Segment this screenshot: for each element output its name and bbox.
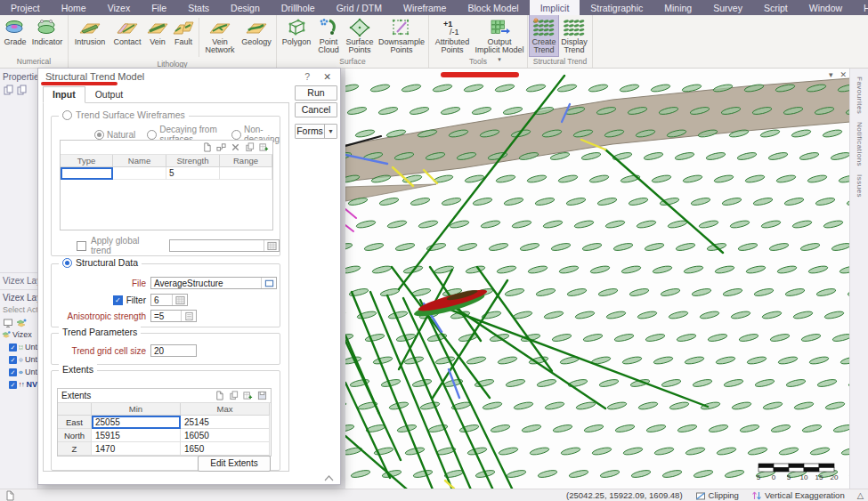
wf-cell-strength[interactable]: 5	[166, 167, 220, 180]
ribbon-button-fault[interactable]: Fault	[170, 15, 197, 56]
menu-item-wireframe[interactable]: Wireframe	[393, 0, 457, 15]
dialog-tab-output[interactable]: Output	[85, 86, 134, 103]
wf-cell-name[interactable]	[113, 167, 166, 180]
wireframes-table[interactable]: TypeNameStrengthRange 5	[60, 140, 273, 230]
vizex-tree-root[interactable]: Vizex	[2, 328, 37, 341]
menu-item-script[interactable]: Script	[753, 0, 799, 15]
filter-grid-icon[interactable]	[172, 295, 187, 305]
side-tab-issues[interactable]: Issues	[856, 174, 864, 198]
aniso-sheet-icon[interactable]	[181, 311, 196, 321]
extents-cell-north-1[interactable]: 15915	[92, 429, 181, 442]
properties-tool-icon-1[interactable]	[16, 85, 27, 95]
viewport-close-icon[interactable]: ✕	[840, 70, 847, 79]
table-tool-copy-icon[interactable]	[245, 142, 255, 152]
menu-item-block-model[interactable]: Block Model	[457, 0, 529, 15]
extents-cell-z-2[interactable]: 1650	[181, 442, 270, 456]
layer-tree-item-1[interactable]: ✓Unt	[2, 353, 37, 366]
layer-tool-monitor-icon[interactable]	[3, 318, 13, 328]
menu-item-stats[interactable]: Stats	[177, 0, 220, 15]
ribbon-button-output-implicit-model[interactable]: Output Implicit Model ▾	[474, 15, 525, 56]
apply-global-trend-checkbox[interactable]	[77, 241, 86, 251]
table-tool-link-icon[interactable]	[216, 142, 226, 152]
extents-cell-east-2[interactable]: 25145	[181, 416, 270, 429]
ribbon-button-grade[interactable]: Grade	[2, 15, 28, 56]
forms-dropdown-icon[interactable]: ▼	[325, 125, 337, 138]
layer-visibility-checkbox[interactable]: ✓	[9, 381, 17, 389]
vertical-exaggeration-toggle[interactable]: Vertical Exaggeration	[751, 490, 845, 501]
ribbon-button-attributed-points[interactable]: +1/-1Attributed Points	[431, 15, 474, 56]
select-active-label[interactable]: Select Active	[0, 303, 37, 314]
ribbon-button-point-cloud[interactable]: Point Cloud	[314, 15, 343, 56]
layer-visibility-checkbox[interactable]: ✓	[9, 343, 17, 352]
menu-item-drillhole[interactable]: Drillhole	[271, 0, 326, 15]
wf-cell-type[interactable]	[61, 167, 113, 180]
menu-item-survey[interactable]: Survey	[702, 0, 753, 15]
menu-item-grid-dtm[interactable]: Grid / DTM	[326, 0, 393, 15]
side-tab-notifications[interactable]: Notifications	[856, 122, 864, 166]
report-icon[interactable]	[4, 490, 15, 501]
extents-cell-z-1[interactable]: 1470	[92, 442, 181, 456]
view-orientation-icon[interactable]: △	[857, 490, 864, 500]
menu-item-vizex[interactable]: Vizex	[97, 0, 142, 15]
menu-item-implicit[interactable]: Implicit	[530, 0, 580, 15]
forms-button-label[interactable]: Forms	[296, 125, 325, 138]
run-button[interactable]: Run	[295, 85, 337, 101]
menu-item-stratigraphic[interactable]: Stratigraphic	[580, 0, 653, 15]
ribbon-button-intrusion[interactable]: Intrusion	[70, 15, 110, 56]
extents-tool-copy-icon[interactable]	[229, 391, 239, 400]
cell-size-field[interactable]: 20	[150, 344, 197, 357]
global-trend-field[interactable]	[169, 239, 280, 252]
table-tool-page-icon[interactable]	[202, 142, 212, 152]
layer-tree-item-0[interactable]: ✓Unt	[2, 341, 37, 353]
dialog-collapse-icon[interactable]	[324, 475, 334, 481]
menu-item-mining[interactable]: Mining	[653, 0, 702, 15]
menu-item-help[interactable]: Help	[853, 0, 868, 15]
menu-item-design[interactable]: Design	[220, 0, 271, 15]
forms-button[interactable]: Forms ▼	[295, 124, 337, 139]
dialog-tab-input[interactable]: Input	[43, 86, 85, 103]
wireframes-radio[interactable]	[62, 110, 72, 120]
ribbon-button-polygon[interactable]: Polygon	[279, 15, 314, 56]
ribbon-button-surface-points[interactable]: Surface Points	[343, 15, 377, 56]
ribbon-button-indicator[interactable]: Indicator	[28, 15, 66, 56]
ribbon-button-create-trend[interactable]: Create Trend	[530, 15, 558, 56]
ribbon-button-display-trend[interactable]: Display Trend	[558, 15, 590, 56]
layer-tool-layers-icon[interactable]	[16, 318, 27, 328]
ribbon-button-vein-network[interactable]: Vein Network	[201, 15, 239, 56]
menu-item-home[interactable]: Home	[51, 0, 97, 15]
layer-visibility-checkbox[interactable]: ✓	[9, 356, 17, 364]
layer-visibility-checkbox[interactable]: ✓	[9, 368, 17, 376]
ribbon-button-geology[interactable]: Geology	[239, 15, 274, 56]
edit-extents-button[interactable]: Edit Extents	[198, 456, 271, 472]
properties-tool-icon-0[interactable]	[3, 85, 13, 95]
layer-tree-item-2[interactable]: ✓Unt	[2, 366, 37, 378]
file-browse-icon[interactable]	[261, 278, 276, 288]
ribbon-button-vein[interactable]: Vein	[145, 15, 170, 56]
side-tab-favourites[interactable]: Favourites	[856, 77, 864, 114]
dialog-close-button[interactable]: ✕	[323, 71, 331, 82]
extents-cell-east-1[interactable]: 25055	[92, 416, 181, 429]
layer-tree-item-3[interactable]: ✓NV	[2, 378, 37, 391]
vizex-layer-tab[interactable]: Vizex Layer T	[0, 273, 37, 286]
filter-checkbox[interactable]: ✓	[113, 295, 123, 305]
extents-tool-save-icon[interactable]	[257, 391, 267, 400]
table-tool-insert-icon[interactable]	[259, 142, 269, 152]
menu-item-project[interactable]: Project	[0, 0, 51, 15]
extents-tool-insert-icon[interactable]	[243, 391, 253, 400]
ribbon-button-contact[interactable]: Contact	[110, 15, 145, 56]
filter-field[interactable]: 6	[150, 294, 188, 306]
clipping-toggle[interactable]: Clipping	[695, 490, 739, 501]
structural-data-radio[interactable]	[62, 258, 72, 268]
dialog-help-button[interactable]: ?	[304, 71, 310, 82]
menu-item-file[interactable]: File	[141, 0, 177, 15]
aniso-field[interactable]: =5	[150, 310, 197, 322]
viewport-3d[interactable]: ▾ ✕ 505101520	[345, 69, 850, 489]
cancel-button[interactable]: Cancel	[295, 102, 337, 117]
wf-cell-range[interactable]	[220, 167, 272, 180]
viewport-menu-icon[interactable]: ▾	[829, 70, 833, 79]
menu-item-window[interactable]: Window	[799, 0, 853, 15]
ribbon-button-downsample-points[interactable]: Downsample Points	[377, 15, 426, 56]
file-field[interactable]: AverageStructure	[150, 277, 277, 289]
extents-tool-page-icon[interactable]	[215, 391, 224, 400]
extents-cell-north-2[interactable]: 16050	[181, 429, 270, 442]
